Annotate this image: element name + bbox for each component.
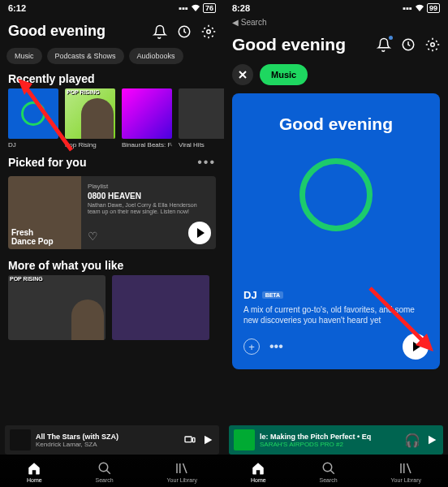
dj-thumbnail	[8, 88, 58, 139]
status-time: 6:12	[8, 3, 26, 13]
more-card-1[interactable]	[8, 275, 106, 340]
np-text: All The Stars (with SZA) Kendrick Lamar,…	[36, 433, 179, 448]
svg-rect-3	[192, 437, 195, 442]
history-icon[interactable]	[401, 37, 416, 52]
recent-card-dj[interactable]: DJ	[8, 88, 58, 149]
np-artwork	[10, 429, 31, 450]
nav-home[interactable]: Home	[251, 461, 266, 483]
recently-played-row[interactable]: DJ Pop Rising Binaural Beats: Focus Vira…	[0, 88, 224, 149]
filter-row: Music	[224, 61, 448, 88]
picked-card[interactable]: Playlist 0800 HEAVEN Nathan Dawe, Joel C…	[8, 176, 216, 249]
np-artist: Kendrick Lamar, SZA	[36, 441, 179, 448]
search-back[interactable]: ◀ Search	[224, 16, 448, 28]
svg-rect-2	[185, 437, 192, 442]
gear-icon[interactable]	[425, 37, 440, 52]
more-options-icon[interactable]: •••	[197, 155, 216, 170]
play-icon[interactable]	[201, 433, 214, 446]
nav-search[interactable]: Search	[96, 461, 114, 483]
nav-home[interactable]: Home	[27, 461, 42, 483]
bell-icon[interactable]	[377, 37, 391, 52]
bottom-nav: Home Search Your Library	[224, 455, 448, 487]
recent-card-viral[interactable]: Viral Hits	[179, 88, 224, 149]
binaural-thumbnail	[122, 88, 172, 139]
picked-body: Playlist 0800 HEAVEN Nathan Dawe, Joel C…	[81, 176, 216, 249]
np-text: le: Making the Pitch Perfect • Eq SARAH'…	[260, 433, 399, 448]
headphones-icon[interactable]: 🎧	[404, 433, 420, 448]
gear-icon[interactable]	[201, 24, 216, 39]
signal-icon: ▪▪▪	[403, 3, 412, 13]
now-playing-bar[interactable]: All The Stars (with SZA) Kendrick Lamar,…	[5, 425, 219, 455]
dj-name-row: DJ BETA	[243, 289, 429, 301]
svg-point-8	[431, 43, 435, 47]
status-bar: 6:12 ▪▪▪ 76	[0, 0, 224, 16]
signal-icon: ▪▪▪	[179, 3, 188, 13]
spotify-dj-right: 8:28 ▪▪▪ 99 ◀ Search Good evening Music …	[224, 0, 448, 487]
np-artwork	[234, 429, 255, 450]
status-bar: 8:28 ▪▪▪ 99	[224, 0, 448, 16]
bottom-nav: Home Search Your Library	[0, 455, 224, 487]
play-button[interactable]	[188, 222, 211, 244]
bell-icon[interactable]	[153, 24, 167, 39]
nav-search[interactable]: Search	[320, 461, 338, 483]
dj-actions: + •••	[243, 334, 429, 360]
dj-heading: Good evening	[243, 114, 429, 134]
greeting-text: Good evening	[8, 23, 106, 40]
recent-card-binaural[interactable]: Binaural Beats: Focus	[122, 88, 172, 149]
dj-name: DJ	[243, 289, 257, 301]
status-icons: ▪▪▪ 76	[179, 3, 216, 13]
play-icon[interactable]	[425, 433, 438, 446]
picked-title: Picked for you	[8, 156, 86, 169]
dj-ring-icon	[299, 158, 373, 231]
status-icons: ▪▪▪ 99	[403, 3, 440, 13]
close-filter-button[interactable]	[232, 64, 253, 85]
chip-podcasts[interactable]: Podcasts & Shows	[47, 48, 124, 64]
picked-desc: Nathan Dawe, Joel Corry & Ella Henderson…	[88, 202, 209, 216]
recently-played-title: Recently played	[0, 66, 224, 88]
svg-point-9	[323, 463, 332, 472]
now-playing-bar[interactable]: le: Making the Pitch Perfect • Eq SARAH'…	[229, 425, 443, 455]
dj-play-button[interactable]	[403, 334, 429, 360]
nav-library[interactable]: Your Library	[391, 461, 422, 483]
chip-music[interactable]: Music	[6, 48, 42, 64]
status-time: 8:28	[232, 3, 250, 13]
nav-library[interactable]: Your Library	[167, 461, 198, 483]
viral-thumbnail	[179, 88, 224, 139]
np-title: le: Making the Pitch Perfect • Eq	[260, 433, 399, 441]
picked-header: Picked for you •••	[0, 149, 224, 173]
picked-image	[8, 176, 81, 249]
picked-tag: Playlist	[88, 183, 209, 190]
np-subtitle: SARAH'S AIRPODS PRO #2	[260, 441, 399, 448]
more-icon[interactable]: •••	[269, 339, 283, 354]
heart-icon[interactable]: ♡	[88, 230, 98, 243]
battery-icon: 99	[427, 3, 440, 13]
devices-icon[interactable]	[183, 433, 196, 446]
recent-card-poprising[interactable]: Pop Rising	[65, 88, 115, 149]
picked-name: 0800 HEAVEN	[88, 192, 209, 200]
header: Good evening	[0, 16, 224, 46]
more-card-2[interactable]	[112, 275, 209, 340]
wifi-icon	[191, 4, 200, 12]
svg-point-1	[207, 29, 211, 33]
wifi-icon	[415, 4, 424, 12]
more-row[interactable]	[0, 275, 224, 340]
battery-icon: 76	[203, 3, 216, 13]
filter-chips: Music Podcasts & Shows Audiobooks	[0, 46, 224, 66]
header-icons	[377, 37, 440, 52]
more-title: More of what you like	[0, 252, 224, 275]
np-title: All The Stars (with SZA)	[36, 433, 179, 441]
add-icon[interactable]: +	[243, 338, 260, 355]
chip-music-active[interactable]: Music	[260, 64, 308, 85]
beta-badge: BETA	[262, 291, 284, 299]
svg-point-4	[99, 463, 108, 472]
dj-card[interactable]: Good evening DJ BETA A mix of current go…	[232, 93, 440, 369]
header: Good evening	[224, 28, 448, 61]
header-icons	[153, 24, 216, 39]
spotify-home-left: 6:12 ▪▪▪ 76 Good evening Music Podcasts …	[0, 0, 224, 487]
poprising-thumbnail	[65, 88, 115, 139]
history-icon[interactable]	[177, 24, 192, 39]
chip-audiobooks[interactable]: Audiobooks	[129, 48, 183, 64]
greeting-text: Good evening	[232, 35, 346, 54]
dj-description: A mix of current go-to's, old favorites,…	[243, 304, 429, 325]
